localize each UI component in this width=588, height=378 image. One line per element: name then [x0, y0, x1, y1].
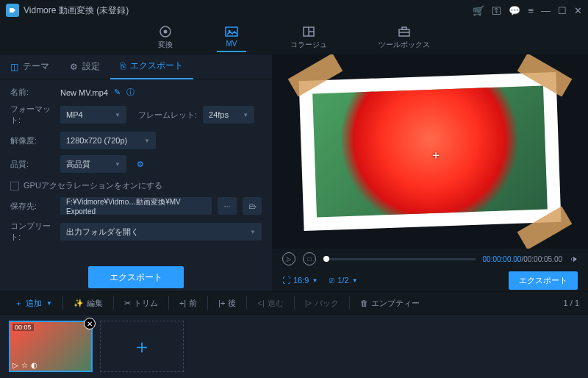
edit-name-icon[interactable]: ✎: [114, 88, 121, 97]
sidebar: ◫テーマ ⚙設定 ⎘エクスポート 名前: New MV.mp4 ✎ ⓘ フォーマ…: [0, 54, 272, 291]
pagination: 1 / 1: [564, 299, 579, 307]
maximize-icon[interactable]: ☐: [558, 5, 567, 16]
advance-button[interactable]: <|進む: [251, 295, 289, 312]
convert-icon: [158, 25, 173, 38]
player-controls: ▷ □ 00:00:00.00/00:00:05.00 🕩: [272, 249, 588, 269]
wand-icon: ✨: [74, 299, 84, 308]
export-small-button[interactable]: エクスポート: [509, 271, 578, 290]
mv-icon: [224, 25, 239, 38]
edit-button[interactable]: ✨編集: [68, 295, 109, 312]
timeline-toolbar: ＋追加▼ ✨編集 ✂トリム +|前 |+後 <|進む |>バック 🗑エンプティー…: [0, 291, 588, 315]
cart-icon[interactable]: 🛒: [473, 5, 484, 16]
volume-icon[interactable]: 🕩: [570, 254, 578, 263]
add-button[interactable]: ＋追加▼: [9, 295, 58, 312]
trash-icon: 🗑: [360, 299, 368, 307]
format-select[interactable]: MP4▼: [60, 106, 126, 124]
framerate-select[interactable]: 24fps▼: [203, 106, 254, 124]
resolution-select[interactable]: 1280x720 (720p)▼: [60, 132, 156, 149]
time-current: 00:00:00.00: [483, 255, 522, 263]
complete-label: コンプリート:: [10, 221, 54, 243]
close-icon[interactable]: ✕: [574, 5, 582, 16]
framerate-label: フレームレット:: [138, 110, 197, 121]
minimize-icon[interactable]: —: [541, 5, 551, 16]
export-icon: ⎘: [121, 61, 126, 71]
time-total: 00:00:05.00: [523, 255, 562, 263]
gpu-checkbox[interactable]: [10, 182, 19, 190]
name-value: New MV.mp4: [60, 88, 108, 97]
nav-collage[interactable]: コラージュ: [283, 22, 334, 53]
gpu-label: GPUアクセラレーションをオンにする: [24, 180, 162, 191]
stop-button[interactable]: □: [303, 252, 316, 265]
clip-duration: 00:05: [12, 324, 34, 331]
key-icon[interactable]: ⚿: [492, 5, 501, 16]
back-button[interactable]: |+後: [212, 295, 242, 312]
aspect-select[interactable]: ⛶16:9▼: [282, 276, 318, 285]
quality-gear-icon[interactable]: ⚙: [137, 160, 144, 169]
quality-label: 品質:: [10, 159, 54, 170]
add-clip-button[interactable]: ＋: [100, 321, 184, 372]
clip-thumbnail[interactable]: 00:05 ✕ ▷☆◐: [9, 321, 93, 372]
plus-icon: ＋: [15, 298, 23, 309]
gear-icon: ⚙: [70, 62, 78, 72]
format-label: フォーマット:: [10, 104, 54, 126]
resolution-label: 解像度:: [10, 135, 54, 146]
menu-icon[interactable]: ≡: [528, 5, 534, 16]
nav-mv[interactable]: MV: [217, 22, 246, 52]
complete-select[interactable]: 出力フォルダを開く▼: [60, 223, 262, 240]
trim-button[interactable]: ✂トリム: [118, 295, 164, 312]
quality-select[interactable]: 高品質▼: [60, 155, 126, 173]
top-nav: 変換 MV コラージュ ツールボックス: [0, 21, 588, 54]
remove-clip-icon[interactable]: ✕: [84, 318, 96, 329]
svg-point-2: [164, 29, 168, 33]
scissors-icon: ✂: [124, 299, 131, 308]
preview-page[interactable]: ⎚1/2▼: [329, 276, 357, 285]
save-path[interactable]: F:¥Vidmore¥Vidmo…動画変換¥MV Exported: [60, 197, 212, 215]
nav-convert[interactable]: 変換: [151, 22, 180, 53]
theme-icon: ◫: [10, 62, 18, 72]
preview-panel: ＋ ▷ □ 00:00:00.00/00:00:05.00 🕩 ⛶16:9▼ ⎚…: [272, 54, 588, 291]
browse-button[interactable]: ···: [218, 197, 237, 215]
tab-export[interactable]: ⎘エクスポート: [110, 54, 193, 79]
empty-button[interactable]: 🗑エンプティー: [354, 295, 426, 312]
feedback-icon[interactable]: 💬: [509, 5, 520, 16]
progress-bar[interactable]: [323, 258, 476, 260]
play-button[interactable]: ▷: [282, 252, 295, 265]
aspect-icon: ⛶: [282, 276, 290, 285]
app-title: Vidmore 動画変換 (未登録): [24, 4, 129, 17]
app-logo-icon: [6, 4, 19, 17]
preview-canvas[interactable]: ＋: [272, 54, 588, 249]
tab-settings[interactable]: ⚙設定: [60, 54, 110, 79]
go-back-button[interactable]: |>バック: [299, 295, 345, 312]
tab-theme[interactable]: ◫テーマ: [0, 54, 60, 79]
play-icon: ▷: [12, 361, 18, 369]
info-icon[interactable]: ⓘ: [126, 87, 135, 98]
collage-icon: [301, 25, 316, 38]
screen-icon: ⎚: [329, 276, 334, 285]
star-icon: ☆: [21, 361, 28, 369]
timeline: 00:05 ✕ ▷☆◐ ＋: [0, 315, 588, 378]
save-label: 保存先:: [10, 201, 54, 212]
crosshair-icon: ＋: [430, 148, 442, 163]
nav-toolbox[interactable]: ツールボックス: [371, 22, 437, 53]
front-button[interactable]: +|前: [173, 295, 203, 312]
edit-icon: ◐: [31, 361, 37, 369]
toolbox-icon: [397, 25, 412, 38]
name-label: 名前:: [10, 87, 54, 98]
svg-rect-9: [402, 27, 406, 29]
open-folder-icon[interactable]: 🗁: [243, 197, 262, 215]
export-button[interactable]: エクスポート: [88, 266, 184, 288]
title-bar: Vidmore 動画変換 (未登録) 🛒 ⚿ 💬 ≡ — ☐ ✕: [0, 0, 588, 21]
